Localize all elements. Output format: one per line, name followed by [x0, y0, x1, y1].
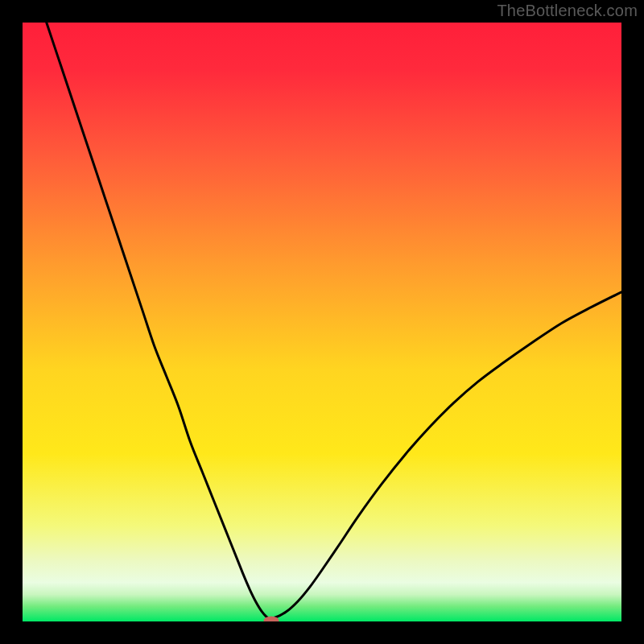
- chart-container: TheBottleneck.com: [0, 0, 644, 644]
- chart-svg: [23, 23, 621, 621]
- plot-area: [23, 23, 621, 621]
- watermark-text: TheBottleneck.com: [497, 2, 638, 20]
- optimum-marker: [263, 616, 279, 621]
- svg-rect-0: [23, 23, 621, 621]
